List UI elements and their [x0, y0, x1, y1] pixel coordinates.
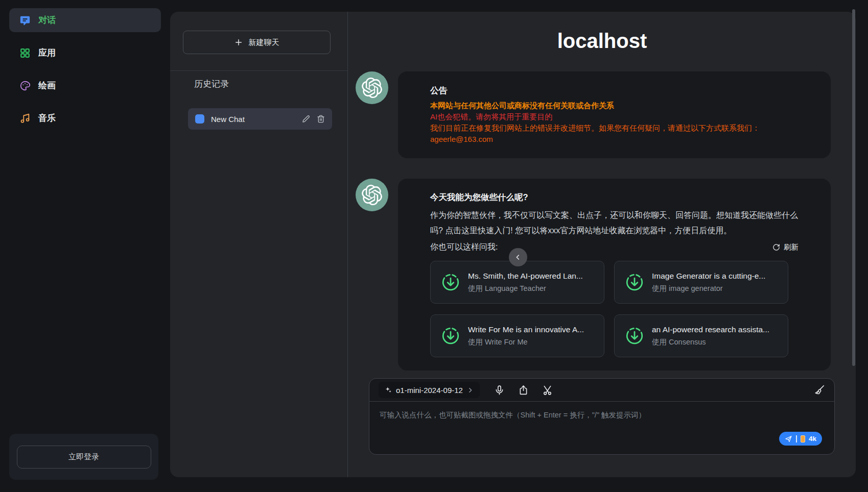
model-selector[interactable]: o1-mini-2024-09-12 [379, 382, 480, 398]
sidebar-item-music[interactable]: 音乐 [9, 106, 161, 130]
clear-broom-icon[interactable] [814, 384, 825, 396]
refresh-label: 刷新 [784, 242, 799, 252]
announcement-line: 我们目前正在修复我们网站上的错误并改进细节。如果您有任何疑问，请通过以下方式联系… [430, 122, 799, 134]
chat-bubble-icon [19, 15, 31, 26]
suggestion-subtitle: 使用 Consensus [652, 337, 769, 347]
history-item-title: New Chat [211, 115, 295, 124]
model-name: o1-mini-2024-09-12 [396, 386, 463, 395]
import-icon [625, 326, 644, 346]
sparkle-icon [385, 386, 392, 393]
contact-email[interactable]: ageerle@163.com [430, 134, 799, 145]
suggestion-card[interactable]: Write For Me is an innovative A... 使用 Wr… [430, 314, 604, 357]
suggestion-subtitle: 使用 Write For Me [468, 337, 584, 347]
suggestion-title: Image Generator is a cutting-e... [652, 272, 765, 281]
sidebar-item-label: 对话 [38, 14, 56, 26]
ask-hint: 你也可以这样问我: [430, 239, 498, 255]
composer: o1-mini-2024-09-12 [369, 378, 835, 455]
suggestion-title: Ms. Smith, the AI-powered Lan... [468, 272, 583, 281]
scrollbar[interactable] [852, 9, 855, 366]
message-welcome: 今天我能为您做些什么呢? 作为你的智慧伙伴，我不仅可以写文案、出点子，还可以和你… [348, 179, 856, 371]
music-note-icon [19, 113, 31, 124]
divider [796, 435, 797, 442]
history-item[interactable]: New Chat [188, 108, 332, 130]
sidebar-item-apps[interactable]: 应用 [9, 41, 161, 65]
message-input[interactable] [369, 402, 834, 437]
suggestion-card[interactable]: an AI-powered research assista... 使用 Con… [614, 314, 788, 357]
sidebar-item-label: 音乐 [38, 112, 56, 124]
composer-toolbar: o1-mini-2024-09-12 [369, 379, 834, 402]
suggestion-cards: Ms. Smith, the AI-powered Lan... 使用 Lang… [430, 261, 799, 357]
chevron-right-icon [467, 387, 474, 393]
login-button[interactable]: 立即登录 [17, 446, 151, 469]
delete-icon[interactable] [317, 115, 325, 123]
chat-column: localhost 公告 本网站与任何其他公司或商标没有任何关联或合作关系 AI… [348, 12, 856, 477]
grid-icon [19, 47, 31, 59]
message-announcement: 公告 本网站与任何其他公司或商标没有任何关联或合作关系 AI也会犯错。请勿将其用… [348, 71, 856, 158]
refresh-button[interactable]: 刷新 [772, 242, 799, 252]
edit-icon[interactable] [302, 115, 310, 123]
suggestion-card[interactable]: Ms. Smith, the AI-powered Lan... 使用 Lang… [430, 261, 604, 304]
new-chat-button[interactable]: 新建聊天 [183, 31, 331, 54]
import-icon [625, 273, 644, 292]
plus-icon [234, 38, 243, 46]
sidebar-item-label: 绘画 [38, 80, 56, 91]
avatar [356, 71, 388, 104]
avatar [356, 179, 388, 211]
token-count: 4k [809, 435, 816, 442]
announcement-heading: 公告 [430, 85, 799, 96]
login-panel: 立即登录 [9, 434, 158, 480]
upload-icon[interactable] [518, 385, 529, 396]
scissors-icon[interactable] [542, 385, 553, 396]
palette-icon [19, 80, 31, 91]
welcome-heading: 今天我能为您做些什么呢? [430, 192, 799, 203]
welcome-body: 作为你的智慧伙伴，我不仅可以写文案、出点子，还可以和你聊天、回答问题。想知道我还… [430, 208, 799, 238]
announcement-line: 本网站与任何其他公司或商标没有任何关联或合作关系 [430, 100, 799, 111]
page-title: localhost [348, 29, 856, 53]
microphone-icon[interactable] [494, 385, 505, 396]
token-badge[interactable]: 4k [779, 432, 822, 446]
new-chat-label: 新建聊天 [249, 38, 279, 47]
suggestion-title: an AI-powered research assista... [652, 325, 769, 334]
welcome-bubble: 今天我能为您做些什么呢? 作为你的智慧伙伴，我不仅可以写文案、出点子，还可以和你… [398, 179, 831, 371]
sidebar-item-drawing[interactable]: 绘画 [9, 73, 161, 97]
import-icon [441, 273, 460, 292]
openai-logo-icon [362, 78, 382, 98]
ticket-icon [801, 435, 805, 442]
import-icon [441, 326, 460, 346]
refresh-icon [772, 243, 780, 251]
suggestion-subtitle: 使用 Language Teacher [468, 284, 583, 293]
suggestion-card[interactable]: Image Generator is a cutting-e... 使用 ima… [614, 261, 788, 304]
sidebar: 对话 应用 绘画 [0, 0, 170, 492]
collapse-sidebar-button[interactable] [509, 248, 527, 266]
sidebar-item-label: 应用 [38, 47, 56, 59]
history-section-title: 历史记录 [194, 78, 229, 90]
openai-logo-icon [362, 185, 382, 205]
chat-color-swatch [195, 114, 204, 124]
chevron-left-icon [514, 253, 522, 261]
history-column: 新建聊天 历史记录 New Chat [170, 12, 348, 477]
send-icon [785, 435, 792, 442]
divider [170, 70, 347, 71]
suggestion-title: Write For Me is an innovative A... [468, 325, 584, 334]
announcement-line: AI也会犯错。请勿将其用于重要目的 [430, 111, 799, 122]
suggestion-subtitle: 使用 image generator [652, 284, 765, 293]
announcement-bubble: 公告 本网站与任何其他公司或商标没有任何关联或合作关系 AI也会犯错。请勿将其用… [398, 71, 831, 158]
main-panel: 新建聊天 历史记录 New Chat [170, 12, 856, 477]
sidebar-item-chat[interactable]: 对话 [9, 8, 161, 32]
